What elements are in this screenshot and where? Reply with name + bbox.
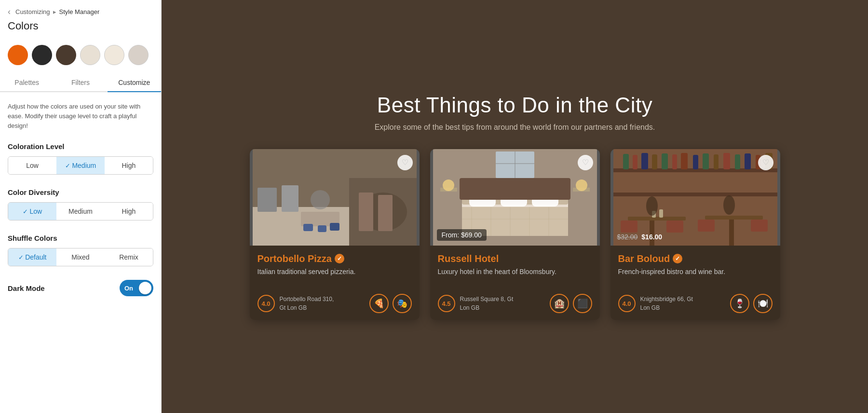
card-bar-footer: 4.0 Knightsbridge 66, Gt Lon GB 🍷 🍽️: [610, 289, 780, 320]
card-hotel: ♡ From: $69.00 Russell Hotel Luxury hote…: [430, 149, 600, 320]
svg-rect-49: [714, 154, 719, 169]
pizza-address: Portobello Road 310, Gt Lon GB: [280, 295, 334, 312]
svg-rect-64: [659, 209, 663, 218]
coloration-low-btn[interactable]: Low: [8, 157, 56, 174]
swatch-orange[interactable]: [8, 45, 28, 65]
bar-price-row: $32.00 $16.00: [617, 233, 663, 241]
card-pizza-image: ♡: [250, 149, 420, 246]
svg-rect-55: [628, 217, 686, 220]
svg-rect-43: [652, 154, 657, 169]
right-panel: Best Things to Do in the City Explore so…: [162, 0, 868, 413]
diversity-high-btn[interactable]: High: [105, 203, 153, 220]
svg-rect-9: [359, 193, 373, 231]
svg-rect-11: [303, 224, 313, 231]
swatch-brown[interactable]: [56, 45, 76, 65]
pizza-action-icons: 🍕 🎭: [369, 294, 412, 313]
bar-action-icons: 🍷 🍽️: [730, 294, 773, 313]
color-diversity-label: Color Diversity: [8, 188, 153, 196]
tabs-row: Palettes Filters Customize: [0, 74, 161, 92]
svg-rect-59: [621, 220, 637, 233]
bar-rating-addr: 4.0 Knightsbridge 66, Gt Lon GB: [618, 295, 693, 312]
card-hotel-heart[interactable]: ♡: [578, 155, 593, 170]
svg-rect-13: [330, 223, 339, 231]
svg-rect-3: [258, 188, 277, 212]
left-panel: ‹ Customizing ▸ Style Manager Colors Pal…: [0, 0, 162, 413]
breadcrumb-parent: Customizing: [15, 8, 50, 15]
coloration-level-label: Coloration Level: [8, 142, 153, 151]
tab-filters[interactable]: Filters: [54, 74, 107, 92]
shuffle-remix-btn[interactable]: Remix: [105, 248, 153, 266]
card-bar-desc: French-inspired bistro and wine bar.: [618, 267, 773, 277]
shuffle-mixed-btn[interactable]: Mixed: [56, 248, 105, 266]
card-pizza-body: Portobello Pizza ✓ Italian traditional s…: [250, 246, 420, 289]
bar-icon-2[interactable]: 🍽️: [753, 294, 773, 313]
coloration-high-btn[interactable]: High: [105, 157, 153, 174]
svg-rect-40: [623, 154, 629, 169]
svg-rect-48: [703, 153, 709, 169]
hotel-icon-1[interactable]: 🏨: [550, 294, 569, 313]
card-bar-name: Bar Boloud ✓: [618, 253, 773, 264]
svg-rect-4: [282, 185, 298, 212]
bar-price-old: $32.00: [617, 233, 638, 241]
svg-rect-46: [681, 153, 688, 169]
svg-rect-58: [729, 220, 734, 246]
page-title: Colors: [0, 19, 161, 40]
svg-rect-57: [705, 216, 763, 220]
back-button[interactable]: ‹: [8, 7, 11, 17]
bar-icon-1[interactable]: 🍷: [730, 294, 749, 313]
hotel-price-badge: From: $69.00: [437, 229, 487, 241]
card-pizza-name: Portobello Pizza ✓: [258, 253, 412, 264]
breadcrumb: ‹ Customizing ▸ Style Manager: [0, 0, 161, 19]
swatch-gray-light[interactable]: [128, 45, 149, 65]
svg-rect-44: [662, 153, 668, 169]
svg-rect-45: [672, 154, 677, 169]
pizza-icon-2[interactable]: 🎭: [393, 294, 412, 313]
color-diversity-group: Low Medium High: [8, 202, 153, 220]
card-bar-heart[interactable]: ♡: [758, 155, 773, 170]
tab-customize[interactable]: Customize: [108, 74, 161, 92]
card-pizza-heart[interactable]: ♡: [397, 155, 413, 170]
diversity-low-btn[interactable]: Low: [8, 203, 56, 220]
bar-rating: 4.0: [618, 295, 636, 312]
swatch-beige-lighter[interactable]: [104, 45, 124, 65]
card-hotel-footer: 4.5 Russell Square 8, Gt Lon GB 🏨 ⬛: [430, 289, 600, 320]
coloration-level-group: Low Medium High: [8, 156, 153, 175]
svg-rect-10: [378, 195, 393, 231]
swatch-beige-light[interactable]: [80, 45, 100, 65]
shuffle-colors-label: Shuffle Colors: [8, 234, 153, 242]
card-pizza-footer: 4.0 Portobello Road 310, Gt Lon GB 🍕 🎭: [250, 289, 420, 320]
swatch-black[interactable]: [32, 45, 52, 65]
panel-description: Adjust how the colors are used on your s…: [8, 102, 153, 131]
svg-rect-41: [633, 155, 637, 169]
card-pizza: ♡ Portobello Pizza ✓ Italian traditional…: [250, 149, 420, 320]
tab-palettes[interactable]: Palettes: [0, 74, 54, 92]
hotel-icon-2[interactable]: ⬛: [573, 294, 592, 313]
card-hotel-body: Russell Hotel Luxury hotel in the heart …: [430, 246, 600, 289]
pizza-rating-addr: 4.0 Portobello Road 310, Gt Lon GB: [258, 295, 334, 312]
panel-body: Adjust how the colors are used on your s…: [0, 92, 161, 413]
svg-rect-12: [318, 225, 326, 232]
dark-mode-toggle[interactable]: On: [120, 280, 153, 296]
bar-price-new: $16.00: [641, 233, 662, 241]
coloration-medium-btn[interactable]: Medium: [56, 157, 105, 174]
svg-rect-39: [613, 193, 777, 196]
hotel-rating: 4.5: [438, 295, 455, 312]
dark-mode-row: Dark Mode On: [8, 280, 153, 296]
svg-point-65: [646, 196, 658, 216]
hotel-action-icons: 🏨 ⬛: [550, 294, 592, 313]
card-hotel-name: Russell Hotel: [438, 253, 592, 264]
color-swatches: [0, 40, 161, 74]
svg-rect-51: [735, 154, 740, 169]
card-bar: ♡ $32.00 $16.00 Bar Boloud ✓ French-insp…: [610, 149, 780, 320]
svg-rect-50: [723, 153, 730, 169]
hero-subtitle: Explore some of the best tips from aroun…: [375, 123, 655, 132]
shuffle-default-btn[interactable]: Default: [8, 248, 56, 266]
pizza-verified-icon: ✓: [335, 254, 344, 263]
svg-point-25: [576, 179, 587, 191]
svg-rect-61: [698, 220, 715, 232]
pizza-icon-1[interactable]: 🍕: [369, 294, 389, 313]
svg-rect-47: [693, 155, 698, 169]
svg-rect-60: [666, 220, 683, 233]
diversity-medium-btn[interactable]: Medium: [56, 203, 105, 220]
hotel-address: Russell Square 8, Gt Lon GB: [460, 295, 514, 312]
